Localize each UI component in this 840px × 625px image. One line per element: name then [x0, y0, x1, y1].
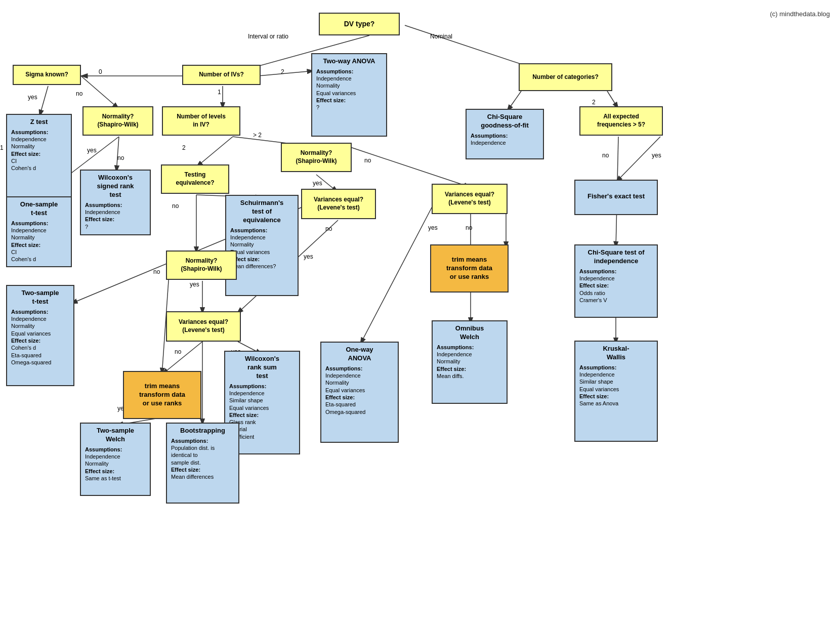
svg-line-25	[360, 201, 435, 344]
label-yes-sigma: yes	[28, 94, 37, 101]
node-kruskal-wallis: Kruskal-Wallis Assumptions: Independence…	[574, 341, 658, 442]
label-no-lev3: no	[175, 348, 181, 355]
label-yes-norm1: yes	[87, 147, 97, 154]
svg-line-6	[39, 86, 48, 116]
label-yes-norm3: yes	[190, 281, 199, 288]
label-no-norm2: no	[364, 157, 371, 164]
svg-line-5	[258, 71, 314, 76]
num-levels-label: Number of levelsin IV?	[177, 113, 226, 129]
node-schuirmann: Schuirmann'stest ofequivalence Assumptio…	[225, 195, 299, 296]
svg-line-10	[196, 137, 233, 167]
two-sample-welch-title: Two-sampleWelch	[85, 427, 146, 444]
node-variances-levene3: Variances equal?(Levene's test)	[166, 311, 241, 342]
wilcoxon-signed-assumptions: Assumptions:Independence Effect size:?	[85, 201, 146, 230]
label-interval-ratio: Interval or ratio	[248, 33, 288, 40]
node-bootstrapping: Bootstrapping Assumptions: Population di…	[166, 423, 239, 504]
two-way-anova-assumptions: Assumptions: IndependenceNormalityEqual …	[316, 68, 382, 111]
svg-line-27	[507, 91, 521, 111]
svg-line-7	[81, 76, 119, 109]
z-test-title: Z test	[11, 118, 67, 127]
label-yes-norm2: yes	[313, 180, 322, 187]
node-one-sample-ttest: One-samplet-test Assumptions: Independen…	[6, 196, 72, 267]
dv-type-label: DV type?	[344, 19, 375, 28]
label-two-levels: 2	[182, 144, 186, 151]
flowchart: (c) mindthedata.blog	[0, 0, 840, 625]
sigma-known-label: Sigma known?	[25, 71, 68, 79]
node-chi-square-goodness: Chi-Squaregoodness-of-fit Assumptions:In…	[466, 109, 544, 159]
wilcoxon-rank-sum-title: Wilcoxon'srank sumtest	[229, 355, 295, 381]
label-yes-lev2: yes	[428, 224, 438, 231]
label-nominal: Nominal	[430, 33, 452, 40]
node-two-way-anova: Two-way ANOVA Assumptions: IndependenceN…	[311, 53, 387, 137]
one-sample-ttest-title: One-samplet-test	[11, 200, 67, 218]
schuirmann-assumptions: Assumptions: IndependenceNormalityEqual …	[230, 227, 293, 270]
node-fisher-exact: Fisher's exact test	[574, 180, 658, 215]
label-no-norm1: no	[117, 154, 124, 161]
kruskal-wallis-assumptions: Assumptions: IndependenceSimilar shapeEq…	[579, 364, 653, 407]
node-sigma-known: Sigma known?	[13, 65, 81, 85]
node-variances-levene1: Variances equal?(Levene's test)	[301, 189, 376, 219]
node-num-categories: Number of categories?	[519, 63, 612, 91]
schuirmann-title: Schuirmann'stest ofequivalence	[230, 199, 293, 225]
node-testing-equiv: Testingequivalence?	[161, 164, 229, 194]
node-normality-shapiro2: Normality?(Shapiro-Wilk)	[281, 143, 352, 172]
omnibus-welch-assumptions: Assumptions: IndependenceNormality Effec…	[437, 344, 502, 380]
svg-line-29	[616, 137, 660, 182]
fisher-exact-title: Fisher's exact test	[587, 192, 645, 201]
two-sample-ttest-assumptions: Assumptions: IndependenceNormalityEqual …	[11, 308, 69, 366]
z-test-assumptions: Assumptions: IndependenceNormality Effec…	[11, 129, 67, 172]
variances-levene2-label: Variances equal?(Levene's test)	[445, 191, 494, 206]
label-yes-freq: yes	[652, 152, 661, 159]
two-sample-welch-assumptions: Assumptions: IndependenceNormality Effec…	[85, 446, 146, 482]
chi-square-goodness-assumptions: Assumptions:Independence	[471, 132, 539, 147]
node-omnibus-welch: OmnibusWelch Assumptions: IndependenceNo…	[432, 320, 508, 404]
node-num-levels: Number of levelsin IV?	[162, 106, 240, 136]
normality1-label: Normality?(Shapiro-Wilk)	[97, 113, 138, 129]
label-no-freq: no	[602, 152, 609, 159]
bootstrapping-assumptions: Assumptions: Population dist. isidentica…	[171, 437, 234, 481]
variances-levene1-label: Variances equal?(Levene's test)	[314, 196, 363, 212]
one-way-anova-assumptions: Assumptions: IndependenceNormalityEqual …	[325, 365, 394, 415]
node-num-ivs: Number of IVs?	[182, 65, 261, 85]
chi-square-indep-assumptions: Assumptions:Independence Effect size:Odd…	[579, 268, 653, 304]
one-way-anova-title: One-wayANOVA	[325, 346, 394, 363]
node-two-sample-ttest: Two-samplet-test Assumptions: Independen…	[6, 285, 74, 386]
label-one-cat: 1	[0, 144, 4, 151]
node-all-expected-freq: All expectedfrequencies > 5?	[579, 106, 663, 136]
node-variances-levene2: Variances equal?(Levene's test)	[432, 184, 508, 214]
node-dv-type: DV type?	[319, 13, 400, 35]
node-normality-shapiro3: Normality?(Shapiro-Wilk)	[166, 251, 237, 280]
label-two: 2	[281, 68, 284, 75]
svg-line-15	[349, 147, 471, 187]
chi-square-goodness-title: Chi-Squaregoodness-of-fit	[471, 113, 539, 130]
label-no-lev1: no	[325, 225, 332, 232]
normality3-label: Normality?(Shapiro-Wilk)	[181, 257, 222, 273]
label-no-lev2: no	[466, 224, 472, 231]
node-chi-square-indep: Chi-Square test ofindependence Assumptio…	[574, 244, 658, 318]
label-zero: 0	[99, 68, 102, 75]
node-trim-means1: trim meanstransform dataor use ranks	[430, 244, 509, 293]
bootstrapping-title: Bootstrapping	[171, 427, 234, 435]
node-one-way-anova: One-wayANOVA Assumptions: IndependenceNo…	[320, 342, 399, 443]
node-trim-means2: trim meanstransform dataor use ranks	[123, 371, 201, 419]
node-z-test: Z test Assumptions: IndependenceNormalit…	[6, 114, 72, 197]
label-gt2-levels: > 2	[253, 132, 262, 139]
label-two-cat: 2	[592, 99, 596, 106]
label-one: 1	[218, 89, 221, 96]
variances-levene3-label: Variances equal?(Levene's test)	[179, 318, 228, 334]
two-sample-ttest-title: Two-samplet-test	[11, 289, 69, 306]
label-no-equiv: no	[172, 202, 179, 210]
trim-means2-label: trim meanstransform dataor use ranks	[139, 382, 185, 408]
all-expected-freq-label: All expectedfrequencies > 5?	[597, 113, 645, 129]
num-categories-label: Number of categories?	[532, 73, 599, 81]
label-yes-lev2b: yes	[304, 253, 313, 260]
copyright-text: (c) mindthedata.blog	[770, 10, 830, 18]
arrows-svg	[0, 0, 840, 625]
label-no-sigma: no	[76, 90, 82, 97]
svg-line-21	[162, 342, 202, 374]
omnibus-welch-title: OmnibusWelch	[437, 324, 502, 342]
one-sample-ttest-assumptions: Assumptions: IndependenceNormality Effec…	[11, 220, 67, 263]
wilcoxon-signed-title: Wilcoxon'ssigned ranktest	[85, 174, 146, 199]
chi-square-indep-title: Chi-Square test ofindependence	[579, 248, 653, 266]
two-way-anova-title: Two-way ANOVA	[316, 57, 382, 66]
